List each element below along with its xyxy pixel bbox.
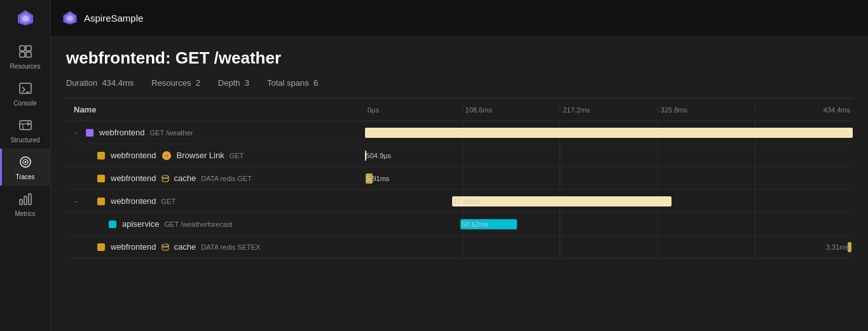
sidebar-item-traces[interactable]: Traces: [0, 149, 50, 186]
page-title: webfrontend: GET /weather: [66, 48, 853, 68]
svg-rect-6: [26, 52, 31, 57]
grid-line-2: [560, 144, 658, 166]
expand-btn-row4[interactable]: -: [71, 197, 80, 206]
structured-icon: [18, 118, 32, 134]
timeline-grid-row3: [365, 167, 853, 189]
grid-line-2: [560, 236, 658, 258]
trace-row-row4[interactable]: -webfrontendGET77.86ms: [66, 190, 853, 213]
resources-label: Resources: [151, 78, 191, 88]
grid-line-4: [755, 144, 853, 166]
span-bar-row4: [452, 196, 672, 206]
meta-duration: Duration 434.4ms: [66, 78, 134, 88]
span-timeline-col-row5: 50.62ms: [365, 213, 853, 235]
sidebar-label-traces: Traces: [15, 173, 34, 180]
span-separator-row2: →: [161, 151, 172, 160]
span-operation-row6: DATA redis SETEX: [201, 243, 260, 251]
svg-rect-7: [20, 83, 31, 93]
depth-label: Depth: [218, 78, 240, 88]
span-operation-row2: GET: [230, 152, 244, 159]
trace-body: -webfrontendGET /weatherwebfrontend→Brow…: [66, 121, 853, 331]
grid-line-2: [560, 213, 658, 235]
meta-depth: Depth 3: [218, 78, 249, 88]
svg-rect-22: [97, 152, 105, 159]
tick-2: 217.2ms: [560, 106, 658, 114]
grid-line-1: [462, 167, 560, 189]
service-name-row3: webfrontend: [111, 173, 156, 183]
service-icon-row1: [85, 128, 94, 137]
grid-line-0: [365, 236, 462, 258]
svg-rect-21: [86, 129, 93, 137]
meta-resources: Resources 2: [151, 78, 200, 88]
db-icon-row6: [161, 242, 170, 252]
svg-rect-4: [26, 46, 31, 51]
timeline-grid-row2: [365, 144, 853, 166]
span-operation-row4: GET: [162, 198, 176, 205]
grid-line-3: [658, 236, 755, 258]
trace-row-row6[interactable]: webfrontendcacheDATA redis SETEX3.31ms: [66, 236, 853, 259]
grid-line-4: [755, 213, 853, 235]
app-header: AspireSample: [51, 0, 868, 36]
span-inline-label-row5: 50.62ms: [462, 220, 488, 228]
span-operation-row3: DATA redis GET: [201, 175, 252, 182]
resources-icon: [18, 44, 32, 60]
span-operation-row5: GET /weatherforecast: [165, 220, 233, 228]
tick-0: 0μs: [365, 106, 462, 114]
timeline-grid-row6: [365, 236, 853, 258]
sidebar-item-console[interactable]: Console: [0, 75, 50, 112]
console-icon: [18, 81, 32, 97]
cache-label-row6: cache: [174, 242, 196, 252]
span-timeline-col-row2: 504.9μs: [365, 144, 853, 166]
sidebar-label-console: Console: [13, 100, 37, 107]
sidebar-item-resources[interactable]: Resources: [0, 38, 50, 75]
trace-table: Name 0μs 108.6ms 217.2ms 325.8ms: [66, 98, 853, 331]
grid-line-3: [658, 190, 755, 212]
trace-header-row: Name 0μs 108.6ms 217.2ms 325.8ms: [66, 98, 853, 121]
span-inline-label-row6: 3.31ms: [826, 243, 849, 251]
service-icon-row5: [108, 220, 117, 229]
trace-row-row1[interactable]: -webfrontendGET /weather: [66, 121, 853, 144]
browser-link-label-row2: Browser Link: [177, 151, 224, 160]
grid-line-0: [365, 213, 462, 235]
svg-rect-27: [109, 220, 116, 228]
sidebar-item-structured[interactable]: Structured: [0, 112, 50, 149]
tick-4: 434.4ms: [755, 106, 853, 114]
grid-line-3: [658, 144, 755, 166]
span-inline-label-row4: 77.86ms: [453, 198, 480, 205]
trace-row-row5[interactable]: apiserviceGET /weatherforecast50.62ms: [66, 213, 853, 236]
timeline-grid-row5: [365, 213, 853, 235]
header-app-name: AspireSample: [84, 13, 143, 24]
trace-row-row3[interactable]: webfrontendcacheDATA redis GET5.91ms: [66, 167, 853, 190]
span-timeline-col-row6: 3.31ms: [365, 236, 853, 258]
span-name-col-row2: webfrontend→Browser LinkGET: [66, 151, 365, 160]
trace-row-row2[interactable]: webfrontend→Browser LinkGET504.9μs: [66, 144, 853, 167]
db-icon-row3: [161, 173, 170, 184]
cache-label-row3: cache: [174, 173, 196, 183]
expand-btn-row1[interactable]: -: [71, 128, 80, 137]
traces-icon: [18, 155, 32, 171]
svg-rect-5: [20, 52, 25, 57]
span-timeline-col-row4: 77.86ms: [365, 190, 853, 212]
span-name-col-row4: -webfrontendGET: [66, 196, 365, 206]
service-icon-row2: [97, 151, 106, 160]
active-indicator: [0, 149, 2, 186]
svg-rect-16: [24, 196, 27, 205]
sidebar-item-metrics[interactable]: Metrics: [0, 186, 50, 222]
svg-point-24: [162, 175, 169, 178]
span-bar-row1: [365, 128, 853, 138]
meta-bar: Duration 434.4ms Resources 2 Depth 3 Tot…: [66, 78, 853, 88]
service-name-row4: webfrontend: [111, 196, 156, 206]
span-name-col-row5: apiserviceGET /weatherforecast: [66, 219, 365, 229]
svg-rect-23: [97, 175, 105, 182]
grid-line-4: [755, 190, 853, 212]
span-inline-label-row2: 504.9μs: [366, 152, 391, 159]
svg-point-29: [162, 244, 169, 247]
sidebar: Resources Console Structu: [0, 0, 51, 331]
grid-line-3: [658, 213, 755, 235]
aspire-logo-icon: [15, 8, 36, 28]
duration-label: Duration: [66, 78, 97, 88]
depth-value: 3: [245, 78, 249, 88]
svg-point-14: [24, 161, 26, 163]
tick-3: 325.8ms: [658, 106, 755, 114]
svg-rect-28: [97, 243, 105, 251]
span-operation-row1: GET /weather: [150, 129, 193, 137]
